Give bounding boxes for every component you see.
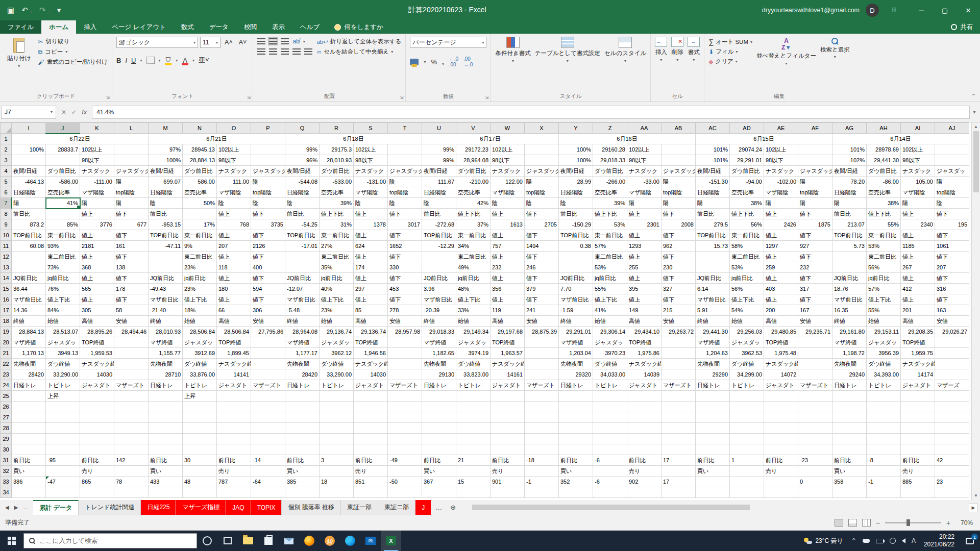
cell[interactable]: 29130 — [422, 369, 456, 380]
column-header-AC[interactable]: AC — [696, 123, 730, 134]
cell[interactable] — [251, 444, 285, 455]
cell[interactable]: 5.73 — [832, 241, 867, 252]
cell[interactable]: 624 — [354, 241, 388, 252]
cell[interactable]: 14039 — [627, 369, 662, 380]
cell[interactable] — [662, 423, 696, 434]
cell[interactable] — [285, 487, 320, 498]
cell[interactable]: 陽 — [935, 177, 969, 187]
cell[interactable]: ジャスダッ — [456, 337, 491, 348]
cell[interactable]: 23 — [935, 477, 969, 487]
cell[interactable]: 3.96 — [422, 284, 456, 294]
cell[interactable]: 58% — [730, 241, 764, 252]
thunderbird-icon[interactable]: @ — [320, 531, 340, 551]
cell[interactable]: 値上 — [217, 230, 251, 241]
cell[interactable]: JQ前日比 — [559, 273, 593, 284]
cell[interactable]: jq前日比 — [456, 273, 491, 284]
cell[interactable] — [662, 337, 696, 348]
column-header-AH[interactable]: AH — [867, 123, 901, 134]
cell[interactable] — [285, 444, 320, 455]
cell[interactable]: ナスダック — [80, 166, 114, 177]
cell[interactable] — [491, 444, 525, 455]
cell[interactable] — [730, 487, 764, 498]
cell[interactable] — [149, 252, 183, 262]
cell[interactable]: 102% — [832, 155, 867, 166]
font-name-combo[interactable]: 游ゴシック▾ — [116, 37, 198, 48]
grow-font-icon[interactable]: A˄ — [223, 38, 235, 46]
cell[interactable] — [559, 487, 593, 498]
cell[interactable]: 値上 — [217, 294, 251, 305]
cell[interactable]: 値上下比 — [456, 209, 491, 219]
cell[interactable] — [80, 402, 114, 412]
row-header-16[interactable]: 16 — [1, 294, 12, 305]
cell[interactable]: -20.39 — [422, 305, 456, 316]
cell[interactable]: 279.5 — [696, 219, 730, 230]
cell[interactable]: 東一前日比 — [593, 230, 627, 241]
cell[interactable] — [456, 444, 491, 455]
cell[interactable]: 1 — [730, 455, 764, 466]
cell[interactable]: 高値 — [80, 316, 114, 327]
cell[interactable] — [422, 412, 456, 423]
cell[interactable]: 102以上 — [491, 144, 525, 155]
date-header-cell[interactable]: 6月17日 — [422, 134, 559, 144]
cell[interactable]: 値下 — [798, 294, 832, 305]
autosum-button[interactable]: ∑オート SUM ▾ — [708, 38, 752, 46]
cell[interactable]: 34,393.00 — [867, 369, 901, 380]
tab-view[interactable]: 表示 — [264, 20, 292, 34]
cell[interactable]: 3949.13 — [46, 348, 80, 359]
cell[interactable]: 2126 — [251, 241, 285, 252]
customize-qat-icon[interactable]: ▾ — [57, 6, 61, 15]
cell[interactable]: 14174 — [901, 369, 935, 380]
cell[interactable] — [525, 337, 559, 348]
cell[interactable]: 売り — [764, 466, 798, 477]
cell[interactable]: 値上 — [764, 209, 798, 219]
cell[interactable]: 29,441.30 — [867, 155, 901, 166]
cell[interactable] — [764, 391, 798, 402]
cell[interactable]: 28,506.84 — [217, 327, 251, 337]
row-header-28[interactable]: 28 — [1, 423, 12, 434]
cell[interactable] — [114, 391, 149, 402]
cell[interactable] — [935, 359, 969, 369]
cell[interactable]: マザ前日比 — [285, 294, 320, 305]
cell[interactable] — [662, 412, 696, 423]
cell[interactable]: 値上下比 — [593, 209, 627, 219]
cell[interactable]: -86.00 — [867, 177, 901, 187]
cell[interactable]: 38% — [867, 198, 901, 209]
cell[interactable]: 306 — [251, 305, 285, 316]
cell[interactable]: 値上下比 — [320, 209, 354, 219]
cell[interactable]: 前日比 — [149, 209, 183, 219]
cell[interactable]: 102以上 — [627, 144, 662, 155]
cell[interactable]: 54% — [730, 305, 764, 316]
cell[interactable]: 885 — [901, 477, 935, 487]
cell[interactable]: マザ終値 — [285, 337, 320, 348]
cell[interactable]: 値下 — [798, 273, 832, 284]
format-cells-button[interactable]: 書式▾ — [688, 37, 700, 91]
cell[interactable]: 空売比率 — [867, 187, 901, 198]
column-header-V[interactable]: V — [456, 123, 491, 134]
cell[interactable] — [935, 369, 969, 380]
sheet-tab-累計 データ[interactable]: 累計 データ — [33, 500, 79, 515]
cell[interactable]: 167 — [798, 305, 832, 316]
row-header-3[interactable]: 3 — [1, 155, 12, 166]
cell[interactable]: TOP終値 — [217, 337, 251, 348]
cell[interactable] — [901, 434, 935, 444]
cell[interactable]: ジャスダト — [901, 380, 935, 391]
cell[interactable] — [662, 369, 696, 380]
cell[interactable]: 29290 — [696, 369, 730, 380]
cell[interactable] — [388, 487, 422, 498]
cell[interactable] — [901, 391, 935, 402]
cell[interactable]: TOP前日比 — [696, 230, 730, 241]
cell[interactable]: -1.59 — [559, 305, 593, 316]
cell[interactable]: 陰 — [388, 198, 422, 209]
cell[interactable] — [696, 262, 730, 273]
cell[interactable]: 前日比 — [217, 455, 251, 466]
cell[interactable] — [149, 444, 183, 455]
row-header-1[interactable]: 1 — [1, 134, 12, 144]
cell[interactable] — [525, 391, 559, 402]
cell[interactable]: 29,136.74 — [354, 327, 388, 337]
cell[interactable]: TOP前日比 — [832, 230, 867, 241]
cell[interactable]: 101% — [832, 144, 867, 155]
cell[interactable] — [593, 487, 627, 498]
cell[interactable]: 値下 — [525, 273, 559, 284]
zoom-slider-thumb[interactable] — [906, 519, 910, 526]
cell[interactable] — [559, 444, 593, 455]
